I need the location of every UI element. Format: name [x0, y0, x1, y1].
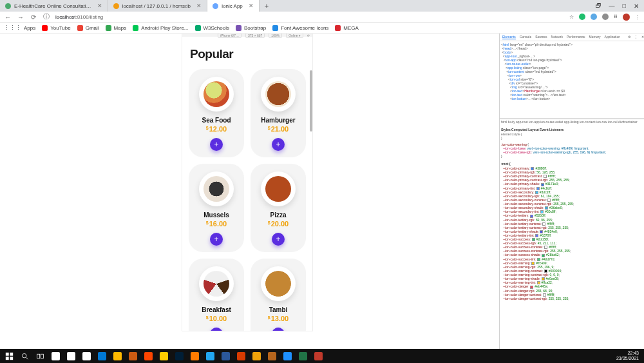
new-tab-button[interactable]: + — [260, 0, 274, 12]
product-price: $12.00 — [206, 125, 227, 133]
devtools-tab[interactable]: Performance — [567, 35, 585, 39]
window-maximize-icon[interactable]: □ — [623, 3, 626, 9]
taskbar-app-icon[interactable] — [95, 351, 108, 361]
tab-title: localhost / 127.0.0.1 / hcmsdb — [122, 3, 191, 9]
product-name: Breakfast — [202, 306, 231, 313]
browser-tab[interactable]: Ionic App✕ — [207, 0, 260, 12]
bookmark-item[interactable]: Maps — [106, 25, 127, 31]
taskview-icon[interactable] — [33, 351, 46, 361]
bookmark-item[interactable]: W3Schools — [195, 25, 229, 31]
taskbar-app-icon[interactable] — [80, 351, 93, 361]
tab-close-icon[interactable]: ✕ — [196, 3, 202, 9]
product-card[interactable]: Sea Food $12.00 + — [189, 69, 244, 157]
product-card[interactable]: Mussels $16.00 + — [189, 164, 244, 252]
nav-fwd-icon[interactable]: → — [17, 14, 24, 21]
extensions-menu-icon[interactable]: ⠿ — [614, 14, 618, 20]
taskbar-app-icon[interactable] — [219, 351, 232, 361]
taskbar-app-icon[interactable] — [250, 351, 263, 361]
devtools-tab[interactable]: Application — [605, 35, 620, 39]
product-card[interactable]: Breakfast $10.00 + — [189, 259, 244, 331]
extension-icon[interactable] — [579, 14, 585, 20]
page-viewport: iPhone 6/7…375 × 667100%Online ▾⟳ Popula… — [0, 34, 644, 349]
bookmark-item[interactable]: Android Play Store... — [133, 25, 188, 31]
taskbar-app-icon[interactable] — [142, 351, 155, 361]
devtools-breadcrumb[interactable]: html body app-root ion-app ion-router-ou… — [500, 119, 644, 124]
devtools-elements-tree[interactable]: <html lang="en" class="plt-desktop md hy… — [500, 41, 644, 119]
window-close-icon[interactable]: ✕ — [634, 3, 639, 10]
browser-tab[interactable]: localhost / 127.0.0.1 / hcmsdb✕ — [108, 0, 207, 12]
add-to-cart-button[interactable]: + — [210, 138, 223, 151]
windows-taskbar: 22:43 23/05/2021 — [0, 349, 644, 363]
bookmark-item[interactable]: Font Awesome Icons — [272, 25, 328, 31]
devtools-tab[interactable]: Console — [520, 35, 531, 39]
window-restoredown-icon[interactable]: 🗗 — [596, 3, 601, 9]
product-name: Hamburger — [261, 117, 295, 124]
taskbar-app-icon[interactable] — [312, 351, 325, 361]
product-name: Mussels — [204, 211, 229, 219]
nav-back-icon[interactable]: ← — [4, 14, 12, 21]
url-host: localhost — [55, 14, 76, 20]
product-card[interactable]: Pizza $20.00 + — [251, 164, 306, 252]
tab-title: E-HealthCare Online Consultati… — [14, 3, 91, 9]
add-to-cart-button[interactable]: + — [272, 328, 285, 331]
taskbar-app-icon[interactable] — [234, 351, 247, 361]
taskbar-app-icon[interactable] — [157, 351, 170, 361]
search-icon[interactable] — [18, 351, 31, 361]
bookmark-label: YouTube — [50, 25, 70, 31]
url-display[interactable]: localhost:8100/listing — [55, 14, 564, 20]
taskbar-app-icon[interactable] — [126, 351, 139, 361]
start-button[interactable] — [3, 351, 15, 361]
devtools-styles-pane[interactable]: Styles Computed Layout Event Listenersel… — [500, 124, 644, 349]
tab-close-icon[interactable]: ✕ — [249, 3, 254, 9]
tab-close-icon[interactable]: ✕ — [97, 3, 102, 9]
devtools-tab[interactable]: Elements — [502, 35, 516, 39]
taskbar-app-icon[interactable] — [204, 351, 216, 361]
taskbar-app-icon[interactable] — [281, 351, 294, 361]
taskbar-app-icon[interactable] — [64, 351, 77, 361]
add-to-cart-button[interactable]: + — [272, 233, 285, 246]
apps-shortcut[interactable]: ⋮⋮⋮Apps — [4, 25, 35, 31]
window-minimize-icon[interactable]: — — [609, 3, 615, 9]
devtools-tab[interactable]: Network — [551, 35, 563, 39]
add-to-cart-button[interactable]: + — [210, 328, 223, 331]
taskbar-app-icon[interactable] — [111, 351, 124, 361]
bookmark-star-icon[interactable]: ☆ — [569, 14, 574, 20]
devtools-close-icon[interactable]: ✕ — [641, 35, 644, 39]
bookmark-favicon — [133, 25, 138, 31]
bookmark-favicon — [106, 25, 111, 31]
add-to-cart-button[interactable]: + — [272, 138, 285, 151]
add-to-cart-button[interactable]: + — [210, 233, 223, 246]
bookmark-item[interactable]: Gmail — [77, 25, 99, 31]
bookmark-item[interactable]: YouTube — [42, 25, 70, 31]
system-clock[interactable]: 22:43 23/05/2021 — [616, 351, 641, 361]
taskbar-app-icon[interactable] — [265, 351, 278, 361]
profile-avatar[interactable] — [623, 14, 630, 21]
devtools-tab[interactable]: Memory — [589, 35, 601, 39]
extension-icon[interactable] — [591, 14, 597, 20]
browser-tab[interactable]: E-HealthCare Online Consultati…✕ — [0, 0, 108, 12]
taskbar-app-icon[interactable] — [49, 351, 62, 361]
svg-rect-1 — [10, 352, 13, 355]
svg-rect-6 — [37, 354, 39, 358]
tab-title: Ionic App — [222, 3, 243, 9]
bookmark-item[interactable]: Bootstrap — [236, 25, 266, 31]
chrome-menu-icon[interactable]: ⋮ — [635, 14, 640, 20]
bookmark-item[interactable]: MEGA — [335, 25, 359, 31]
product-card[interactable]: Hamburger $21.00 + — [251, 69, 306, 157]
product-card[interactable]: Tambi $13.00 + — [251, 259, 306, 331]
extension-icon[interactable] — [602, 14, 609, 20]
site-info-icon[interactable]: ⓘ — [43, 12, 50, 21]
svg-line-5 — [26, 357, 28, 359]
svg-rect-2 — [5, 357, 8, 360]
nav-reload-icon[interactable]: ⟳ — [30, 14, 37, 21]
product-image — [199, 266, 234, 301]
taskbar-app-icon[interactable] — [188, 351, 201, 361]
devtools-settings-icon[interactable]: ⚙ — [628, 35, 630, 39]
taskbar-app-icon[interactable] — [173, 351, 185, 361]
scrollbar-thumb[interactable] — [310, 70, 312, 132]
devtools-tab[interactable]: Sources — [535, 35, 547, 39]
bookmark-label: Bootstrap — [244, 25, 266, 31]
devtools-menu-icon[interactable]: ⋮ — [634, 35, 638, 39]
taskbar-app-icon[interactable] — [296, 351, 309, 361]
svg-rect-3 — [10, 357, 13, 360]
